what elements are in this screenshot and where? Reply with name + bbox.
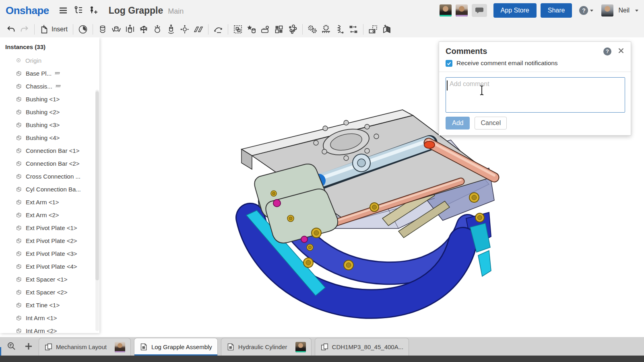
instance-label: Bushing <1> [26, 96, 60, 103]
instance-item[interactable]: Bushing <3> [0, 118, 99, 131]
rack-pinion-relation-button[interactable] [319, 23, 333, 36]
revolute-mate-icon [111, 24, 122, 35]
tangent-mate-button[interactable] [211, 23, 225, 36]
instance-item[interactable]: Ext Pivot Plate <2> [0, 234, 99, 247]
instance-label: Ext Spacer <2> [26, 289, 67, 296]
instance-item[interactable]: Ext Pivot Plate <3> [0, 247, 99, 260]
group-selection-button[interactable] [231, 23, 245, 36]
instances-scrollbar[interactable] [95, 90, 99, 331]
section-view-button[interactable] [366, 23, 380, 36]
snap-mode-button[interactable] [258, 23, 272, 36]
part-icon [15, 224, 22, 231]
create-tab-button[interactable] [22, 339, 35, 353]
screw-relation-button[interactable] [333, 23, 347, 36]
onshape-logo[interactable]: Onshape [6, 4, 49, 17]
insert-label: Insert [52, 26, 68, 33]
tab-hydraulic-cylinder[interactable]: Hydraulic Cylinder [221, 338, 312, 356]
instance-item[interactable]: Connection Bar <2> [0, 157, 99, 170]
instance-item[interactable]: Base Pl... [0, 67, 99, 80]
instance-item[interactable]: Bushing <1> [0, 93, 99, 105]
instance-item[interactable]: Chassis... [0, 80, 99, 93]
main-menu-button[interactable] [56, 4, 70, 17]
instance-item[interactable]: Ext Spacer <2> [0, 286, 99, 298]
gear-relation-button[interactable] [305, 23, 319, 36]
instance-item[interactable]: Ext Pivot Plate <4> [0, 260, 99, 273]
instance-item[interactable]: Int Arm <2> [0, 324, 99, 333]
user-name[interactable]: Neil [618, 7, 630, 14]
insert-button[interactable]: Insert [37, 23, 70, 36]
linear-relation-button[interactable] [347, 23, 360, 36]
part-icon [15, 276, 22, 283]
fasten-mate-button[interactable] [96, 23, 109, 36]
parallel-mate-button[interactable] [192, 23, 205, 36]
instance-label: Ext Pivot Plate <4> [26, 263, 77, 270]
user-avatar[interactable] [601, 4, 613, 16]
onshape-window: Onshape Log Grapple Main [0, 0, 644, 362]
comments-close-button[interactable] [618, 47, 624, 56]
undo-button[interactable] [4, 23, 18, 36]
workspace-name[interactable]: Main [168, 7, 184, 16]
part-icon [15, 237, 22, 244]
instance-item[interactable]: Origin [0, 54, 99, 67]
instance-label: Ext Spacer <1> [26, 276, 67, 283]
help-menu[interactable]: ? [579, 6, 593, 15]
revolute-mate-button[interactable] [109, 23, 123, 36]
instance-label: Bushing <4> [26, 134, 60, 141]
email-notifications-checkbox[interactable] [446, 60, 452, 67]
tab-mechanism-layout[interactable]: Mechanism Layout [39, 338, 131, 356]
ball-mate-button[interactable] [151, 23, 164, 36]
instances-header: Instances (33) [0, 37, 99, 50]
comment-input[interactable] [446, 77, 625, 113]
comment-bubble-icon [475, 6, 484, 14]
part-icon [15, 173, 22, 180]
part-icon [15, 109, 22, 115]
instance-item[interactable]: Cross Connection ... [0, 170, 99, 183]
exploded-view-button[interactable] [380, 23, 394, 36]
instance-item[interactable]: Cyl Connection Ba... [0, 183, 99, 195]
add-comment-button[interactable]: Add [446, 117, 470, 130]
app-store-button[interactable]: App Store [493, 3, 537, 18]
tab-log-grapple-assembly[interactable]: Log Grapple Assembly [134, 338, 218, 356]
pattern-button[interactable] [272, 23, 286, 36]
part-icon [15, 302, 22, 309]
tab-label: Log Grapple Assembly [151, 343, 212, 350]
slider-mate-button[interactable] [123, 23, 137, 36]
undo-icon [6, 25, 16, 34]
instance-item[interactable]: Connection Bar <1> [0, 144, 99, 157]
pin-slot-mate-button[interactable] [178, 23, 192, 36]
collaborator-avatar-2[interactable] [456, 4, 468, 16]
instance-item[interactable]: Bushing <2> [0, 105, 99, 118]
part-icon [15, 289, 22, 296]
versions-button[interactable] [72, 4, 85, 17]
tab-cdh1mp3[interactable]: CDH1MP3_80_45_400A... [315, 338, 409, 356]
collaborator-avatar-1[interactable] [440, 4, 452, 16]
mate-connector-button[interactable] [245, 23, 258, 36]
follow-mode-button[interactable] [87, 4, 101, 17]
instance-item[interactable]: Int Arm <1> [0, 311, 99, 324]
comments-help-icon[interactable]: ? [603, 47, 611, 56]
history-button[interactable] [76, 23, 90, 36]
instance-item[interactable]: Ext Pivot Plate <1> [0, 221, 99, 234]
scrollbar-thumb[interactable] [95, 91, 99, 280]
email-notifications-label[interactable]: Receive comment email notifications [456, 60, 558, 67]
part-icon [15, 186, 22, 193]
instance-item[interactable]: Ext Spacer <1> [0, 273, 99, 286]
explode-button[interactable] [286, 23, 299, 36]
comments-panel: Comments ? Receive comment email notific… [439, 41, 631, 136]
instance-item[interactable]: Bushing <4> [0, 131, 99, 144]
document-title[interactable]: Log Grapple [109, 5, 163, 16]
share-button[interactable]: Share [541, 3, 572, 18]
comments-toggle-button[interactable] [472, 4, 487, 17]
instance-label: Origin [25, 57, 41, 64]
redo-icon [20, 25, 29, 34]
snap-mode-icon [260, 24, 270, 35]
cancel-comment-button[interactable]: Cancel [475, 117, 507, 130]
cylindrical-mate-button[interactable] [164, 23, 178, 36]
search-tabs-button[interactable] [5, 339, 19, 353]
planar-mate-button[interactable] [137, 23, 151, 36]
instance-item[interactable]: Ext Arm <2> [0, 208, 99, 221]
instance-item[interactable]: Ext Arm <1> [0, 195, 99, 208]
redo-button[interactable] [18, 23, 31, 36]
instance-item[interactable]: Ext Tine <1> [0, 298, 99, 311]
part-red-bushing[interactable] [424, 141, 435, 148]
